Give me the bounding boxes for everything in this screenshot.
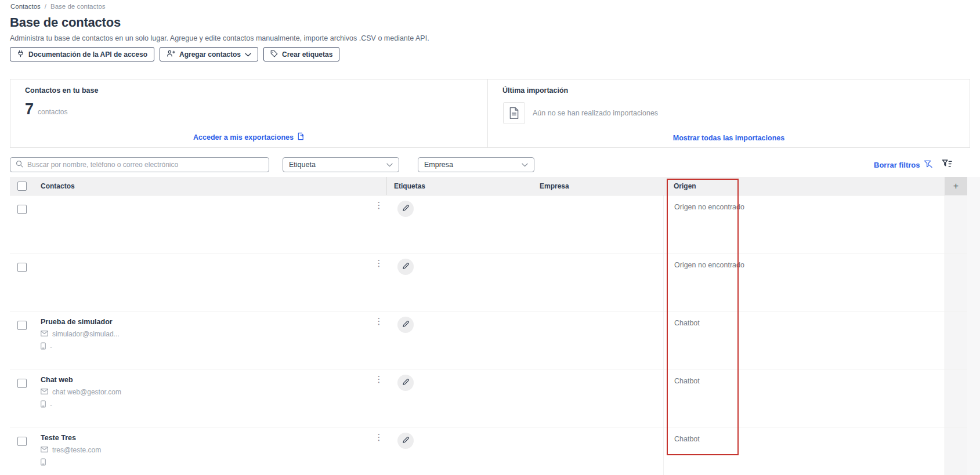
row-menu-kebab-icon[interactable]: ⋮ [374,257,384,270]
company-filter-label: Empresa [424,161,453,169]
contact-cell: Prueba de simulador simulador@simulad...… [34,311,386,369]
contact-email: tres@teste.com [52,446,101,454]
breadcrumb-base-de-contactos: Base de contactos [50,3,106,10]
search-input[interactable] [27,161,263,169]
contact-email-line: tres@teste.com [41,446,386,454]
edit-tags-button[interactable] [397,375,414,391]
clear-filters-link[interactable]: Borrar filtros [874,160,932,170]
row-checkbox[interactable] [17,205,27,214]
row-menu-kebab-icon[interactable]: ⋮ [374,199,384,212]
table-row: Teste Tres tres@teste.com ⋮ Chatbot [10,427,967,475]
row-menu-kebab-icon[interactable]: ⋮ [374,373,384,386]
contact-name: Teste Tres [34,427,386,442]
page-subtitle: Administra tu base de contactos en un so… [10,34,429,42]
column-header-origen[interactable]: Origen [663,177,945,195]
select-all-checkbox[interactable] [17,182,27,191]
contact-phone-line: - [41,342,386,351]
origin-cell: Origen no encontrado [663,195,945,253]
create-tags-button[interactable]: Crear etiquetas [263,47,339,61]
breadcrumb: Contactos / Base de contactos [10,3,106,10]
contact-email: simulador@simulad... [52,330,120,338]
email-icon [41,330,48,338]
table-row: Chat web chat web@gestor.com - ⋮ Chatbot [10,369,967,427]
row-menu-kebab-icon[interactable]: ⋮ [374,315,384,328]
add-column-button[interactable]: + [945,177,967,195]
plug-icon [17,50,24,59]
pencil-icon [402,436,410,445]
column-header-empresa[interactable]: Empresa [533,177,663,195]
search-icon [16,159,23,170]
company-cell [533,311,663,369]
phone-icon [41,458,46,467]
import-card-title: Última importación [502,86,568,95]
contact-email-line: chat web@gestor.com [41,388,386,396]
email-icon [41,446,48,454]
company-cell [533,369,663,427]
breadcrumb-separator: / [45,3,46,10]
tags-cell [386,311,533,369]
tags-cell [386,369,533,427]
contact-email: chat web@gestor.com [52,388,121,396]
origin-cell: Chatbot [663,369,945,427]
row-menu-kebab-icon[interactable]: ⋮ [374,431,384,444]
contact-cell: ⋮ [34,253,386,311]
email-icon [41,388,48,396]
extra-column-cell [945,195,967,253]
add-contacts-button[interactable]: Agregar contactos [160,47,258,61]
contact-phone-line [41,458,386,467]
show-all-imports-label: Mostrar todas las importaciones [673,134,784,142]
row-checkbox[interactable] [17,263,27,272]
edit-tags-button[interactable] [397,201,414,217]
table-row: Prueba de simulador simulador@simulad...… [10,311,967,369]
column-header-contacts[interactable]: Contactos [34,177,386,195]
chevron-down-icon [386,161,393,169]
filter-settings-icon[interactable] [942,159,953,171]
contacts-table: Contactos Etiquetas Empresa Origen + ⋮ [10,177,967,475]
tags-cell [386,253,533,311]
tag-filter-dropdown[interactable]: Etiqueta [283,157,399,172]
edit-tags-button[interactable] [397,317,414,333]
contacts-count: 7 contactos [25,100,67,118]
show-all-imports-link[interactable]: Mostrar todas las importaciones [488,134,970,142]
row-checkbox[interactable] [17,437,27,446]
contact-name: Chat web [34,369,386,384]
api-doc-button[interactable]: Documentación de la API de acceso [10,47,154,61]
edit-tags-button[interactable] [397,433,414,449]
exports-link[interactable]: Acceder a mis exportaciones [10,132,487,142]
contact-phone-line: - [41,400,386,409]
extra-column-cell [945,253,967,311]
contacts-card-title: Contactos en tu base [25,86,98,95]
add-contacts-label: Agregar contactos [179,50,241,59]
table-row: ⋮ Origen no encontrado [10,253,967,311]
exports-link-label: Acceder a mis exportaciones [193,133,294,142]
tag-icon [270,50,278,59]
search-box [10,157,269,172]
breadcrumb-contactos[interactable]: Contactos [10,3,41,10]
contact-phone: - [50,401,52,409]
contacts-count-number: 7 [25,100,34,118]
phone-icon [41,400,46,409]
company-filter-dropdown[interactable]: Empresa [418,157,534,172]
clear-filter-icon [924,160,932,170]
contact-name: Prueba de simulador [34,311,386,326]
origin-cell: Origen no encontrado [663,253,945,311]
chevron-down-icon [245,50,251,59]
row-checkbox[interactable] [17,379,27,388]
table-row: ⋮ Origen no encontrado [10,195,967,253]
phone-icon [41,342,46,351]
export-document-icon [297,132,305,142]
column-header-etiquetas[interactable]: Etiquetas [386,177,533,195]
import-document-icon [503,102,525,124]
tag-filter-label: Etiqueta [289,161,316,169]
extra-column-cell [945,427,967,475]
company-cell [533,195,663,253]
chevron-down-icon [522,161,528,169]
company-cell [533,427,663,475]
pencil-icon [402,262,410,271]
contact-cell: Teste Tres tres@teste.com ⋮ [34,427,386,475]
contact-email-line: simulador@simulad... [41,330,386,338]
pencil-icon [402,320,410,329]
edit-tags-button[interactable] [397,259,414,275]
row-checkbox[interactable] [17,321,27,330]
stats-panel: Contactos en tu base 7 contactos Acceder… [10,79,970,148]
